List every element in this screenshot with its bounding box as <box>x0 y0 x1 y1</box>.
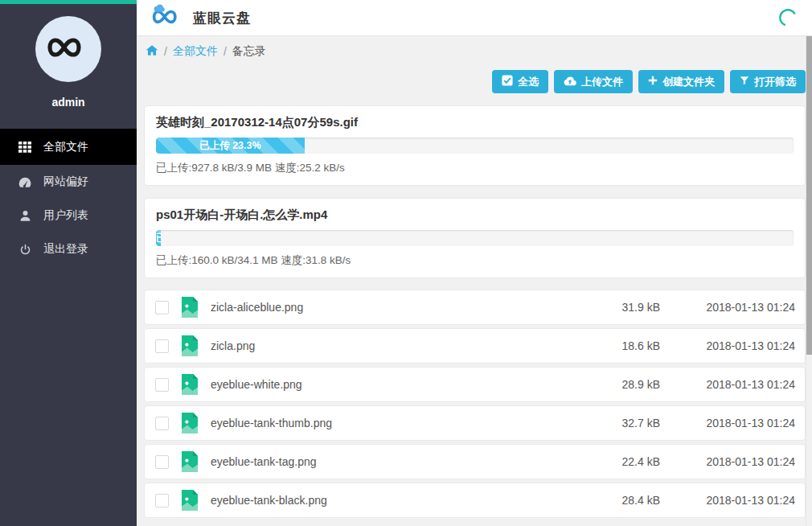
file-row[interactable]: zicla-aliceblue.png 31.9 kB 2018-01-13 0… <box>144 290 806 325</box>
sidebar: admin 全部文件 网站偏好 <box>0 0 137 526</box>
file-name[interactable]: eyeblue-tank-black.png <box>211 494 572 507</box>
file-size: 32.7 kB <box>572 417 660 429</box>
create-folder-button[interactable]: 创建文件夹 <box>638 70 724 93</box>
select-all-label: 全选 <box>518 75 539 89</box>
image-file-icon <box>182 335 198 356</box>
upload-progress-bar: 已上传 23.3% <box>156 138 305 154</box>
file-name[interactable]: zicla-aliceblue.png <box>211 301 572 314</box>
file-size: 22.4 kB <box>572 455 660 468</box>
upload-file-label: 上传文件 <box>581 75 623 89</box>
sidebar-item-logout[interactable]: 退出登录 <box>0 232 137 266</box>
file-row[interactable]: zicla.png 18.6 kB 2018-01-13 01:24 <box>144 328 806 364</box>
breadcrumb-separator: / <box>224 45 227 58</box>
power-icon <box>18 243 31 256</box>
upload-card: ps01开场白-开场白.怎么学.mp4 已上传 0.5% 已上传:160.0 k… <box>144 198 806 278</box>
upload-card: 英雄时刻_20170312-14点07分59s.gif 已上传 23.3% 已上… <box>144 105 806 186</box>
upload-progress-track: 已上传 0.5% <box>156 230 794 246</box>
dashboard-icon <box>18 175 31 188</box>
username: admin <box>0 96 137 109</box>
file-size: 28.9 kB <box>572 378 660 391</box>
upload-file-name: ps01开场白-开场白.怎么学.mp4 <box>156 208 794 223</box>
file-list: zicla-aliceblue.png 31.9 kB 2018-01-13 0… <box>144 290 806 518</box>
breadcrumb-current: 备忘录 <box>232 44 266 59</box>
cloud-upload-icon <box>564 76 576 88</box>
row-checkbox[interactable] <box>155 339 169 353</box>
row-checkbox[interactable] <box>155 455 169 469</box>
row-checkbox[interactable] <box>155 378 169 392</box>
file-date: 2018-01-13 01:24 <box>660 301 795 314</box>
file-row[interactable]: eyeblue-white.png 28.9 kB 2018-01-13 01:… <box>144 367 806 402</box>
file-size: 31.9 kB <box>572 301 660 314</box>
open-filter-label: 打开筛选 <box>754 75 796 89</box>
file-date: 2018-01-13 01:24 <box>660 494 795 507</box>
app-logo-icon[interactable] <box>148 3 185 32</box>
upload-stats: 已上传:927.8 kB/3.9 MB 速度:25.2 kB/s <box>156 161 794 175</box>
upload-file-name: 英雄时刻_20170312-14点07分59s.gif <box>156 115 794 130</box>
sidebar-item-label: 网站偏好 <box>43 175 88 189</box>
sidebar-item-all-files[interactable]: 全部文件 <box>0 129 137 165</box>
select-all-button[interactable]: 全选 <box>492 70 548 93</box>
file-name[interactable]: zicla.png <box>211 339 572 352</box>
image-file-icon <box>182 297 198 318</box>
file-date: 2018-01-13 01:24 <box>660 339 795 352</box>
row-checkbox[interactable] <box>155 417 169 430</box>
app-title: 蓝眼云盘 <box>193 9 251 27</box>
sidebar-item-site-preferences[interactable]: 网站偏好 <box>0 165 137 199</box>
sidebar-menu: 全部文件 网站偏好 用户列表 <box>0 129 137 266</box>
row-checkbox[interactable] <box>155 494 169 508</box>
sidebar-item-label: 全部文件 <box>43 140 88 154</box>
breadcrumb-separator: / <box>164 45 167 58</box>
image-file-icon <box>182 490 198 511</box>
upload-progress-bar: 已上传 0.5% <box>156 230 161 246</box>
check-square-icon <box>502 75 513 88</box>
file-row[interactable]: eyeblue-tank-black.png 28.4 kB 2018-01-1… <box>144 483 806 518</box>
sidebar-top-accent-bar <box>0 0 137 4</box>
file-name[interactable]: eyeblue-white.png <box>211 378 572 391</box>
upload-file-button[interactable]: 上传文件 <box>554 70 633 93</box>
home-icon[interactable] <box>146 44 158 59</box>
avatar[interactable] <box>35 16 101 82</box>
file-date: 2018-01-13 01:24 <box>660 417 795 429</box>
image-file-icon <box>182 374 198 395</box>
create-folder-label: 创建文件夹 <box>662 75 715 89</box>
main-area: 蓝眼云盘 / 全部文件 / 备忘录 <box>137 0 812 526</box>
file-date: 2018-01-13 01:24 <box>660 455 795 468</box>
plus-icon <box>648 76 658 88</box>
file-date: 2018-01-13 01:24 <box>660 378 795 391</box>
open-filter-button[interactable]: 打开筛选 <box>730 70 806 93</box>
content-area: / 全部文件 / 备忘录 全选 <box>137 36 806 526</box>
sidebar-item-label: 退出登录 <box>43 242 88 257</box>
sidebar-item-user-list[interactable]: 用户列表 <box>0 199 137 232</box>
image-file-icon <box>182 451 198 472</box>
upload-progress-track: 已上传 23.3% <box>156 138 794 154</box>
top-header: 蓝眼云盘 <box>137 0 812 36</box>
file-size: 28.4 kB <box>572 494 660 507</box>
scrollbar-thumb[interactable] <box>806 36 812 355</box>
sidebar-item-label: 用户列表 <box>43 208 88 223</box>
file-name[interactable]: eyeblue-tank-thumb.png <box>211 417 572 429</box>
upload-stats: 已上传:160.0 kB/34.1 MB 速度:31.8 kB/s <box>156 253 794 268</box>
toolbar: 全选 上传文件 创建文件夹 <box>144 70 806 93</box>
breadcrumb-link-all-files[interactable]: 全部文件 <box>173 44 218 59</box>
breadcrumb: / 全部文件 / 备忘录 <box>146 44 806 59</box>
file-row[interactable]: eyeblue-tank-tag.png 22.4 kB 2018-01-13 … <box>144 444 806 479</box>
file-size: 18.6 kB <box>572 339 660 352</box>
grid-icon <box>18 141 31 154</box>
file-name[interactable]: eyeblue-tank-tag.png <box>211 455 572 468</box>
file-row[interactable]: eyeblue-tank-thumb.png 32.7 kB 2018-01-1… <box>144 405 806 441</box>
image-file-icon <box>182 413 198 434</box>
scrollbar[interactable] <box>806 36 812 526</box>
loading-spinner-icon <box>777 7 798 28</box>
filter-icon <box>740 76 749 88</box>
user-icon <box>18 209 31 222</box>
row-checkbox[interactable] <box>155 301 169 314</box>
infinity-logo-icon <box>44 31 92 68</box>
